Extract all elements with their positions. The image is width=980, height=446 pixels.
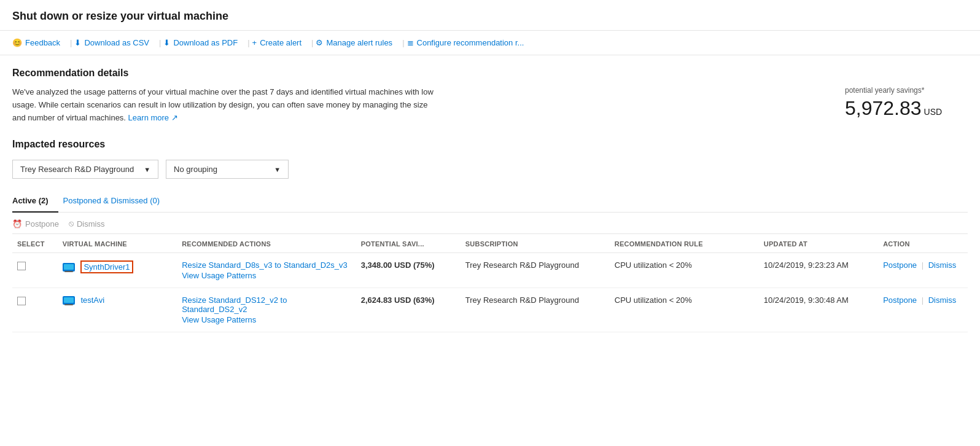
row1-subscription-cell: Trey Research R&D Playground <box>461 253 610 288</box>
col-header-rule: RECOMMENDATION RULE <box>610 234 759 253</box>
row1-postpone-link[interactable]: Postpone <box>883 260 917 270</box>
row1-rule-cell: CPU utilization < 20% <box>610 253 759 288</box>
download-pdf-label: Download as PDF <box>173 38 238 47</box>
feedback-icon: 😊 <box>12 38 22 47</box>
row1-rule: CPU utilization < 20% <box>615 260 692 270</box>
col-header-vm: VIRTUAL MACHINE <box>58 234 177 253</box>
download-csv-label: Download as CSV <box>84 38 149 47</box>
manage-alert-icon: ⚙ <box>316 38 323 47</box>
tab-postponed[interactable]: Postponed & Dismissed (0) <box>63 191 170 213</box>
dismiss-icon: ⦸ <box>69 219 74 229</box>
svg-rect-7 <box>64 297 74 303</box>
create-alert-button[interactable]: + Create alert <box>252 36 309 50</box>
manage-alert-label: Manage alert rules <box>326 38 392 47</box>
subscription-dropdown-label: Trey Research R&D Playground <box>20 165 134 174</box>
row2-select-cell <box>12 288 58 332</box>
row2-rule: CPU utilization < 20% <box>615 295 692 305</box>
row2-checkbox[interactable] <box>17 297 26 305</box>
action-sep: | <box>922 260 926 270</box>
tab-active[interactable]: Active (2) <box>12 191 58 213</box>
row2-subscription: Trey Research R&D Playground <box>465 295 579 305</box>
create-alert-icon: + <box>252 38 257 47</box>
feedback-label: Feedback <box>25 38 60 47</box>
row1-select-cell <box>12 253 58 288</box>
download-pdf-icon: ⬇ <box>163 38 170 47</box>
configure-rec-icon: ≣ <box>407 38 414 47</box>
configure-rec-label: Configure recommendation r... <box>417 38 524 47</box>
row2-rec-action-link[interactable]: Resize Standard_DS12_v2 to Standard_DS2_… <box>182 295 351 314</box>
row2-rule-cell: CPU utilization < 20% <box>610 288 759 332</box>
feedback-button[interactable]: 😊 Feedback <box>12 36 68 50</box>
download-csv-button[interactable]: ⬇ Download as CSV <box>74 36 157 50</box>
row2-vm-name-link[interactable]: testAvi <box>80 295 104 305</box>
table-row: SynthDriver1 Resize Standard_D8s_v3 to S… <box>12 253 968 288</box>
page-title: Shut down or resize your virtual machine <box>12 10 968 23</box>
create-alert-label: Create alert <box>260 38 301 47</box>
table-row: testAvi Resize Standard_DS12_v2 to Stand… <box>12 288 968 332</box>
savings-amount: 5,972.83 <box>845 97 922 119</box>
learn-more-link[interactable]: Learn more ↗ <box>128 113 178 122</box>
svg-rect-1 <box>66 270 71 271</box>
row2-savings-cell: 2,624.83 USD (63%) <box>356 288 461 332</box>
configure-rec-button[interactable]: ≣ Configure recommendation r... <box>407 36 532 50</box>
grouping-dropdown-label: No grouping <box>174 165 217 174</box>
toolbar: 😊 Feedback | ⬇ Download as CSV | ⬇ Downl… <box>0 31 980 55</box>
actions-bar: ⏰ Postpone ⦸ Dismiss <box>12 213 968 234</box>
separator: | <box>402 38 404 47</box>
row1-checkbox[interactable] <box>17 262 26 270</box>
tabs: Active (2) Postponed & Dismissed (0) <box>12 191 968 213</box>
svg-rect-5 <box>66 303 71 304</box>
chevron-down-icon: ▼ <box>274 166 281 173</box>
svg-rect-6 <box>64 304 73 305</box>
download-pdf-button[interactable]: ⬇ Download as PDF <box>163 36 245 50</box>
row1-rec-action-link[interactable]: Resize Standard_D8s_v3 to Standard_D2s_v… <box>182 260 351 270</box>
row2-updated: 10/24/2019, 9:30:48 AM <box>764 295 849 305</box>
chevron-down-icon: ▼ <box>144 166 150 173</box>
row1-action-cell: Postpone | Dismiss <box>878 253 968 288</box>
tab-active-label: Active (2) <box>12 196 49 205</box>
savings-currency: USD <box>924 107 943 117</box>
col-header-action: ACTION <box>878 234 968 253</box>
row2-dismiss-link[interactable]: Dismiss <box>928 295 957 305</box>
recommendation-description: We've analyzed the usage patterns of you… <box>12 86 442 124</box>
separator: | <box>70 38 72 47</box>
grouping-dropdown[interactable]: No grouping ▼ <box>166 160 289 179</box>
recommendation-desc-area: We've analyzed the usage patterns of you… <box>12 86 968 124</box>
col-header-subscription: SUBSCRIPTION <box>461 234 610 253</box>
col-header-actions: RECOMMENDED ACTIONS <box>177 234 356 253</box>
row2-postpone-link[interactable]: Postpone <box>883 295 917 305</box>
page: Shut down or resize your virtual machine… <box>0 0 980 446</box>
savings-box: potential yearly savings* 5,972.83USD <box>845 86 968 120</box>
col-header-select: SELECT <box>12 234 58 253</box>
row2-actions-cell: Resize Standard_DS12_v2 to Standard_DS2_… <box>177 288 356 332</box>
tab-postponed-label: Postponed & Dismissed (0) <box>63 196 160 205</box>
row1-savings: 3,348.00 USD (75%) <box>361 260 435 270</box>
manage-alert-button[interactable]: ⚙ Manage alert rules <box>316 36 400 50</box>
row2-savings: 2,624.83 USD (63%) <box>361 295 435 305</box>
row2-subscription-cell: Trey Research R&D Playground <box>461 288 610 332</box>
row1-view-usage-link[interactable]: View Usage Patterns <box>182 271 256 280</box>
separator: | <box>159 38 161 47</box>
description-text: We've analyzed the usage patterns of you… <box>12 87 434 122</box>
filters: Trey Research R&D Playground ▼ No groupi… <box>12 160 968 179</box>
table-header-row: SELECT VIRTUAL MACHINE RECOMMENDED ACTIO… <box>12 234 968 253</box>
dismiss-all-label: Dismiss <box>77 219 105 229</box>
dismiss-all-button: ⦸ Dismiss <box>69 219 105 229</box>
row1-vm-cell: SynthDriver1 <box>58 253 177 288</box>
resources-table: SELECT VIRTUAL MACHINE RECOMMENDED ACTIO… <box>12 234 968 332</box>
svg-rect-3 <box>64 264 74 270</box>
row1-savings-cell: 3,348.00 USD (75%) <box>356 253 461 288</box>
subscription-dropdown[interactable]: Trey Research R&D Playground ▼ <box>12 160 158 179</box>
row1-vm-name-link[interactable]: SynthDriver1 <box>80 260 133 273</box>
action-sep: | <box>922 295 926 305</box>
row2-updated-cell: 10/24/2019, 9:30:48 AM <box>759 288 878 332</box>
row1-actions-cell: Resize Standard_D8s_v3 to Standard_D2s_v… <box>177 253 356 288</box>
row2-view-usage-link[interactable]: View Usage Patterns <box>182 315 256 324</box>
postpone-all-label: Postpone <box>25 219 59 229</box>
row1-updated-cell: 10/24/2019, 9:23:23 AM <box>759 253 878 288</box>
content: Recommendation details We've analyzed th… <box>0 55 980 345</box>
recommendation-section-title: Recommendation details <box>12 68 968 79</box>
row1-dismiss-link[interactable]: Dismiss <box>928 260 957 270</box>
row1-vm-icon <box>63 263 75 273</box>
impacted-section-title: Impacted resources <box>12 139 968 150</box>
